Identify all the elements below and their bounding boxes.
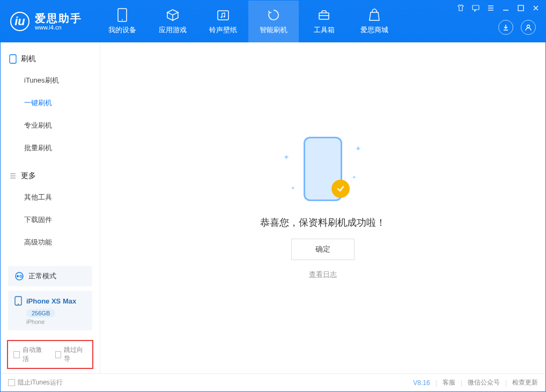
sparkle-icon: ✦: [352, 174, 356, 180]
main-content: ✦ ✦ ✦ ✦ 恭喜您，保资料刷机成功啦！ 确定 查看日志: [100, 42, 545, 373]
nav-tabs: 我的设备 应用游戏 铃声壁纸 智能刷机 工具箱 爱思商城: [97, 1, 400, 42]
tab-label: 工具箱: [314, 25, 335, 35]
device-type: iPhone: [26, 319, 86, 325]
menu-icon[interactable]: [486, 4, 495, 12]
svg-rect-6: [473, 5, 479, 10]
list-icon: [9, 172, 17, 180]
version-label: V8.16: [413, 379, 430, 387]
success-illustration: ✦ ✦ ✦ ✦: [280, 137, 366, 206]
svg-rect-9: [10, 55, 16, 63]
minimize-icon[interactable]: [501, 4, 510, 12]
checkbox-box-icon: [13, 351, 20, 358]
checkbox-box-icon: [55, 351, 62, 358]
device-name: iPhone XS Max: [26, 297, 76, 305]
sparkle-icon: ✦: [283, 153, 290, 161]
tab-store[interactable]: 爱思商城: [349, 1, 400, 42]
section-header-flash: 刷机: [1, 49, 100, 69]
separator: |: [436, 379, 437, 387]
sidebar-item-itunes[interactable]: iTunes刷机: [1, 69, 100, 92]
section-title: 更多: [21, 171, 36, 181]
app-site: www.i4.cn: [35, 24, 82, 31]
feedback-icon[interactable]: [471, 4, 480, 12]
wechat-link[interactable]: 微信公众号: [468, 378, 500, 387]
shirt-icon[interactable]: [456, 4, 465, 12]
check-badge-icon: [331, 180, 350, 198]
tab-label: 我的设备: [108, 25, 136, 35]
svg-point-4: [224, 16, 225, 18]
section-title: 刷机: [21, 54, 36, 64]
header-user-icons: [498, 20, 536, 35]
footer: 阻止iTunes运行 V8.16 | 客服 | 微信公众号 | 检查更新: [1, 373, 545, 391]
phone-small-icon: [9, 54, 17, 64]
tab-toolbox[interactable]: 工具箱: [299, 1, 349, 42]
phone-icon: [115, 8, 129, 22]
toolbox-icon: [317, 8, 331, 22]
body-area: 刷机 iTunes刷机 一键刷机 专业刷机 批量刷机 更多 其他工具 下载固件 …: [1, 42, 545, 373]
checkbox-label: 跳过向导: [64, 345, 87, 364]
refresh-shield-icon: [267, 8, 281, 22]
section-flash: 刷机 iTunes刷机 一键刷机 专业刷机 批量刷机: [1, 42, 100, 159]
sidebar-item-advanced[interactable]: 高级功能: [1, 231, 100, 254]
bag-icon: [367, 8, 381, 22]
section-more: 更多 其他工具 下载固件 高级功能: [1, 159, 100, 254]
svg-point-12: [20, 275, 22, 277]
storage-badge: 256GB: [26, 309, 55, 317]
app-window: iu 爱思助手 www.i4.cn 我的设备 应用游戏 铃声壁纸 智能刷机: [0, 0, 546, 392]
svg-rect-7: [518, 5, 523, 11]
check-update-link[interactable]: 检查更新: [512, 378, 538, 387]
app-name: 爱思助手: [35, 12, 82, 24]
mode-icon: [14, 271, 24, 281]
view-log-link[interactable]: 查看日志: [309, 270, 337, 279]
checkbox-box-icon: [8, 379, 15, 386]
footer-right: V8.16 | 客服 | 微信公众号 | 检查更新: [413, 378, 538, 387]
svg-point-14: [18, 304, 19, 305]
checkbox-auto-activate[interactable]: 自动激活: [13, 345, 46, 364]
music-folder-icon: [216, 8, 230, 22]
titlebar: iu 爱思助手 www.i4.cn 我的设备 应用游戏 铃声壁纸 智能刷机: [1, 1, 545, 42]
section-header-more: 更多: [1, 166, 100, 186]
separator: |: [461, 379, 462, 387]
logo-icon: iu: [10, 12, 29, 31]
checkbox-skip-guide[interactable]: 跳过向导: [55, 345, 87, 364]
logo-text: 爱思助手 www.i4.cn: [35, 12, 82, 31]
sidebar: 刷机 iTunes刷机 一键刷机 专业刷机 批量刷机 更多 其他工具 下载固件 …: [1, 42, 100, 373]
svg-rect-5: [319, 13, 329, 19]
svg-rect-2: [218, 11, 228, 20]
close-icon[interactable]: [532, 4, 540, 12]
sidebar-item-batch[interactable]: 批量刷机: [1, 137, 100, 159]
svg-point-8: [527, 25, 530, 28]
svg-point-1: [122, 19, 123, 20]
svg-point-3: [221, 17, 223, 18]
tab-ringtone[interactable]: 铃声壁纸: [198, 1, 248, 42]
tab-my-device[interactable]: 我的设备: [97, 1, 147, 42]
device-name-row: iPhone XS Max: [14, 296, 86, 306]
sparkle-icon: ✦: [291, 185, 295, 191]
sparkle-icon: ✦: [355, 144, 361, 153]
sidebar-item-pro[interactable]: 专业刷机: [1, 114, 100, 137]
checkbox-block-itunes[interactable]: 阻止iTunes运行: [8, 378, 63, 387]
device-phone-icon: [14, 296, 22, 306]
maximize-icon[interactable]: [517, 4, 525, 12]
tab-smart-flash[interactable]: 智能刷机: [248, 1, 299, 42]
tab-apps[interactable]: 应用游戏: [147, 1, 198, 42]
sidebar-item-other[interactable]: 其他工具: [1, 186, 100, 209]
bottom-check-row: 自动激活 跳过向导: [7, 340, 93, 369]
success-message: 恭喜您，保资料刷机成功啦！: [260, 216, 386, 229]
tab-label: 应用游戏: [159, 25, 187, 35]
mode-box[interactable]: 正常模式: [8, 266, 92, 286]
sidebar-item-oneclick[interactable]: 一键刷机: [1, 92, 100, 114]
checkbox-label: 自动激活: [23, 345, 46, 364]
svg-point-11: [17, 275, 19, 277]
ok-button[interactable]: 确定: [291, 239, 355, 260]
window-controls: [456, 4, 540, 12]
user-icon[interactable]: [521, 20, 536, 35]
tab-label: 铃声壁纸: [209, 25, 237, 35]
separator: |: [505, 379, 507, 387]
checkbox-label: 阻止iTunes运行: [18, 378, 63, 387]
support-link[interactable]: 客服: [442, 378, 455, 387]
device-box[interactable]: iPhone XS Max 256GB iPhone: [8, 291, 92, 330]
logo-area: iu 爱思助手 www.i4.cn: [1, 12, 92, 31]
download-icon[interactable]: [498, 20, 513, 35]
mode-label: 正常模式: [28, 271, 56, 281]
sidebar-item-firmware[interactable]: 下载固件: [1, 209, 100, 231]
